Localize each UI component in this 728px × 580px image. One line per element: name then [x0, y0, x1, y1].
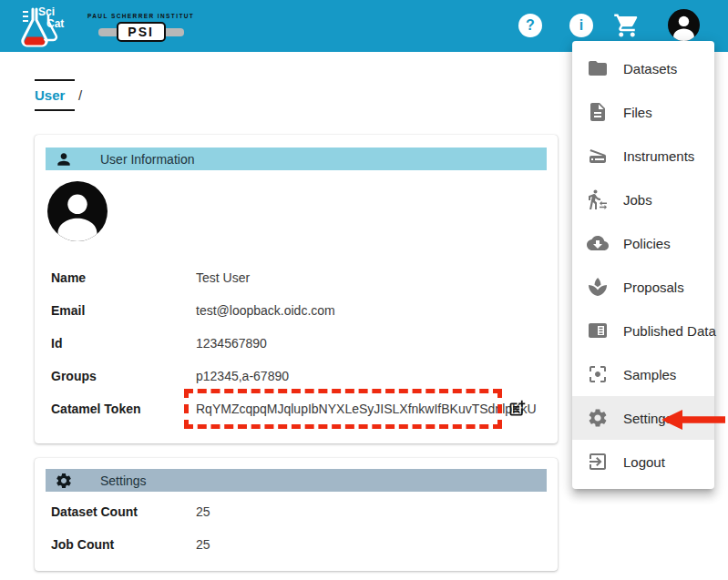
- walking-person-icon: [587, 188, 609, 210]
- menu-item-policies[interactable]: Policies: [572, 221, 714, 265]
- folder-icon: [587, 57, 609, 79]
- field-label: Name: [51, 270, 196, 285]
- psi-logo[interactable]: PAUL SCHERRER INSTITUT PSI: [87, 13, 194, 42]
- menu-item-logout[interactable]: Logout: [572, 440, 714, 483]
- center-focus-icon: [587, 363, 609, 385]
- field-row-email: Email test@loopback.oidc.com: [35, 294, 558, 327]
- gear-icon: [55, 472, 73, 490]
- user-dropdown-menu: Datasets Files Instruments Jobs Policies…: [572, 41, 714, 489]
- menu-item-jobs[interactable]: Jobs: [572, 178, 714, 221]
- menu-item-label: Instruments: [623, 148, 694, 164]
- user-information-title: User Information: [100, 152, 194, 167]
- user-information-card-header: User Information: [46, 148, 547, 170]
- info-icon[interactable]: i: [569, 14, 593, 37]
- field-label: Email: [51, 303, 196, 318]
- breadcrumb-separator: /: [78, 87, 82, 103]
- menu-item-label: Samples: [623, 367, 676, 382]
- psi-logo-label: PSI: [117, 22, 166, 42]
- menu-item-label: Jobs: [623, 192, 652, 208]
- settings-title: Settings: [100, 473, 147, 488]
- settings-card-header: Settings: [46, 469, 547, 492]
- user-avatar-icon[interactable]: [668, 9, 700, 41]
- cloud-download-icon: [587, 232, 609, 254]
- file-icon: [587, 101, 609, 123]
- scicat-user-page: Sci Cat PAUL SCHERRER INSTITUT PSI ? i: [0, 0, 728, 580]
- field-label: Groups: [51, 369, 196, 383]
- field-label: Id: [51, 336, 196, 351]
- scicat-logo-text-sci: Sci: [38, 5, 55, 18]
- menu-item-label: Datasets: [623, 61, 677, 76]
- field-label: Dataset Count: [51, 504, 196, 519]
- cart-icon[interactable]: [613, 12, 641, 39]
- menu-item-label: Proposals: [623, 280, 684, 295]
- field-row-catamel-token: Catamel Token RqYMZcqpqMJqlupIbNYXLeSyJI…: [35, 392, 558, 425]
- field-label: Catamel Token: [51, 402, 196, 416]
- field-row-id: Id 1234567890: [35, 327, 558, 360]
- breadcrumb: User /: [35, 79, 82, 111]
- field-row-name: Name Test User: [35, 261, 558, 294]
- psi-caption: PAUL SCHERRER INSTITUT: [87, 13, 194, 19]
- field-value: 25: [196, 504, 210, 519]
- settings-card: Settings Dataset Count 25 Job Count 25: [35, 458, 558, 571]
- logout-icon: [587, 451, 609, 473]
- menu-item-samples[interactable]: Samples: [572, 352, 714, 396]
- field-value: Test User: [196, 270, 250, 285]
- menu-item-proposals[interactable]: Proposals: [572, 265, 714, 309]
- menu-item-datasets[interactable]: Datasets: [572, 46, 714, 90]
- person-icon: [55, 150, 73, 168]
- scanner-icon: [587, 145, 609, 167]
- menu-item-label: Logout: [623, 454, 665, 470]
- gear-icon: [587, 407, 609, 429]
- scicat-logo-icon[interactable]: Sci Cat: [9, 4, 73, 49]
- field-value: 25: [196, 537, 210, 552]
- help-icon[interactable]: ?: [518, 14, 542, 37]
- field-row-job-count: Job Count 25: [35, 528, 558, 561]
- scicat-logo-text-cat: Cat: [46, 17, 64, 30]
- field-row-dataset-count: Dataset Count 25: [35, 495, 558, 528]
- published-data-icon: [587, 320, 609, 341]
- field-row-groups: Groups p12345,a-67890: [35, 360, 558, 392]
- menu-item-settings[interactable]: Settings: [572, 396, 714, 440]
- menu-item-label: Published Data: [623, 323, 716, 339]
- field-value: 1234567890: [196, 336, 267, 351]
- menu-item-label: Policies: [623, 236, 671, 251]
- spa-leaf-icon: [587, 276, 609, 298]
- menu-item-instruments[interactable]: Instruments: [572, 134, 714, 178]
- menu-item-label: Files: [623, 105, 652, 120]
- field-label: Job Count: [51, 537, 196, 552]
- field-value: test@loopback.oidc.com: [196, 303, 335, 318]
- catamel-token-value: RqYMZcqpqMJqlupIbNYXLeSyJISLXfnkwIfBKuvT…: [196, 402, 537, 416]
- menu-item-published-data[interactable]: Published Data: [572, 309, 714, 352]
- field-value: p12345,a-67890: [196, 369, 289, 383]
- user-information-card: User Information Name Test User Email te…: [35, 135, 558, 443]
- copy-token-icon[interactable]: [508, 399, 527, 418]
- profile-avatar: [47, 181, 108, 241]
- menu-item-label: Settings: [623, 411, 672, 426]
- breadcrumb-user-link[interactable]: User: [35, 79, 75, 111]
- menu-item-files[interactable]: Files: [572, 90, 714, 134]
